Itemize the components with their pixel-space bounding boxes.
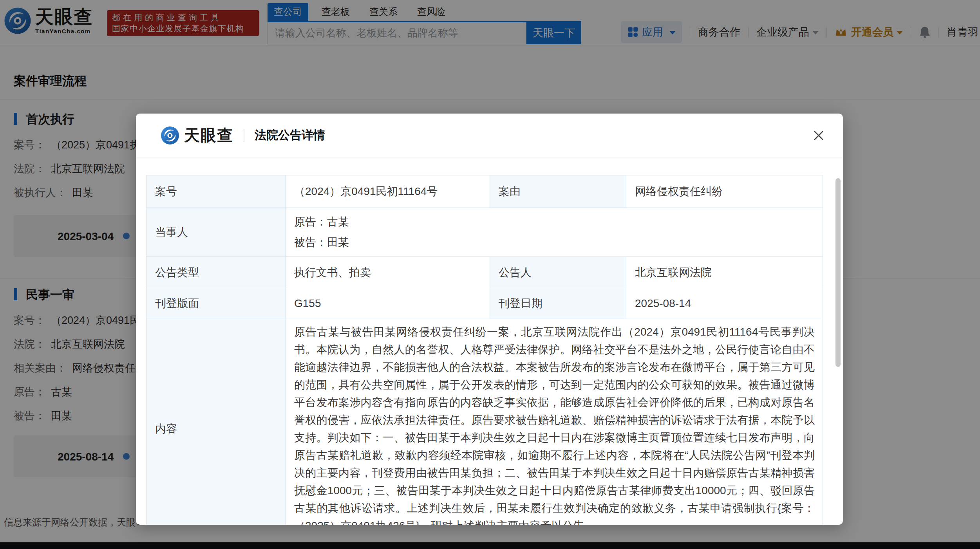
cell-label-page-number: 刊登版面 xyxy=(146,288,286,319)
modal-title: 法院公告详情 xyxy=(255,127,325,143)
announcement-detail-table: 案号 （2024）京0491民初11164号 案由 网络侵权责任纠纷 当事人 原… xyxy=(146,175,823,525)
table-row: 当事人 原告：古某 被告：田某 xyxy=(146,208,823,257)
modal-title-divider xyxy=(244,129,244,142)
table-row: 公告类型 执行文书、拍卖 公告人 北京互联网法院 xyxy=(146,257,823,288)
party-defendant: 被告：田某 xyxy=(294,232,815,253)
cell-value-case-number: （2024）京0491民初11164号 xyxy=(286,175,490,208)
cell-value-publish-date: 2025-08-14 xyxy=(626,288,823,319)
table-row: 案号 （2024）京0491民初11164号 案由 网络侵权责任纠纷 xyxy=(146,175,823,208)
cell-label-announcement-type: 公告类型 xyxy=(146,257,286,288)
modal-header: 天眼查 法院公告详情 xyxy=(136,114,843,157)
modal-body: 案号 （2024）京0491民初11164号 案由 网络侵权责任纠纷 当事人 原… xyxy=(136,175,843,525)
tianyancha-page: 天眼查 TianYanCha.com 都在用的商业查询工具 国家中小企业发展子基… xyxy=(0,0,980,549)
cell-value-announcement-type: 执行文书、拍卖 xyxy=(286,257,490,288)
cell-label-publish-date: 刊登日期 xyxy=(490,288,626,319)
cell-label-cause: 案由 xyxy=(490,175,626,208)
close-icon xyxy=(812,129,825,142)
court-announcement-modal: 天眼查 法院公告详情 案号 （2024）京0491民初11164号 案由 网络侵… xyxy=(136,114,843,525)
cell-value-cause: 网络侵权责任纠纷 xyxy=(626,175,823,208)
cell-label-content: 内容 xyxy=(146,319,286,525)
table-row: 刊登版面 G155 刊登日期 2025-08-14 xyxy=(146,288,823,319)
cell-label-announcer: 公告人 xyxy=(490,257,626,288)
party-plaintiff: 原告：古某 xyxy=(294,212,815,232)
modal-scrollbar-thumb[interactable] xyxy=(835,178,841,367)
cell-value-announcer: 北京互联网法院 xyxy=(626,257,823,288)
cell-label-case-number: 案号 xyxy=(146,175,286,208)
cell-label-parties: 当事人 xyxy=(146,208,286,257)
cell-value-page-number: G155 xyxy=(286,288,490,319)
cell-value-parties: 原告：古某 被告：田某 xyxy=(286,208,823,257)
modal-close-button[interactable] xyxy=(810,127,827,144)
cell-value-content: 原告古某与被告田某网络侵权责任纠纷一案，北京互联网法院作出（2024）京0491… xyxy=(286,319,823,525)
table-row: 内容 原告古某与被告田某网络侵权责任纠纷一案，北京互联网法院作出（2024）京0… xyxy=(146,319,823,525)
tianyancha-logo-icon xyxy=(161,126,179,145)
modal-brand: 天眼查 xyxy=(184,125,233,146)
